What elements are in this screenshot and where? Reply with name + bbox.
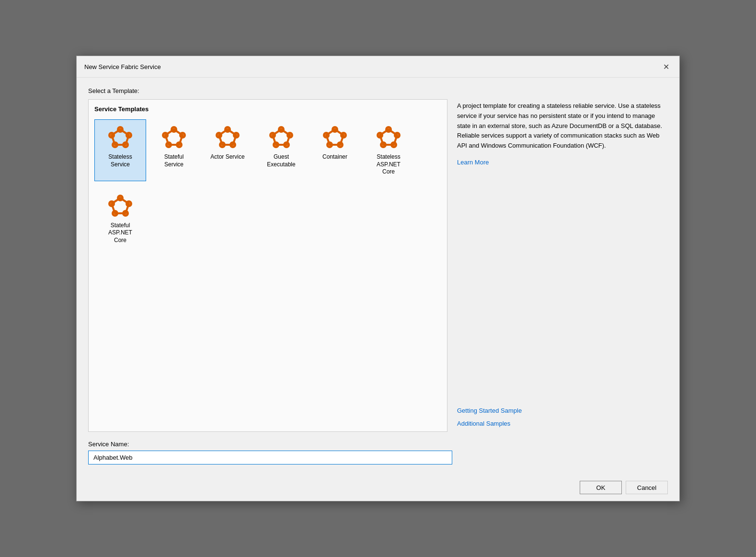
template-actor-service[interactable]: Actor Service [202,119,253,181]
ok-button[interactable]: OK [580,481,622,494]
service-name-label: Service Name: [88,441,668,448]
info-panel: A project template for creating a statel… [457,99,668,432]
template-stateless-service[interactable]: StatelessService [94,119,146,181]
stateless-service-icon [108,125,133,150]
dialog-footer: OK Cancel [77,474,679,501]
actor-service-label: Actor Service [210,153,244,161]
info-links-bottom: Getting Started Sample Additional Sample… [457,407,668,430]
templates-grid: StatelessService [94,119,441,250]
close-button[interactable]: ✕ [660,61,672,72]
cancel-button[interactable]: Cancel [626,481,668,494]
stateless-aspnet-core-label: StatelessASP.NETCore [377,153,401,176]
learn-more-link[interactable]: Learn More [457,159,668,166]
main-area: Service Templates [88,99,668,432]
container-label: Container [322,153,347,161]
service-name-row: Service Name: [88,441,668,464]
title-bar: New Service Fabric Service ✕ [77,56,679,78]
new-service-fabric-dialog: New Service Fabric Service ✕ Select a Te… [76,56,680,501]
template-stateless-aspnet-core[interactable]: StatelessASP.NETCore [363,119,414,181]
stateful-aspnet-core-label: StatefulASP.NETCore [108,222,132,244]
dialog-content: Select a Template: Service Templates [77,78,679,474]
dialog-title: New Service Fabric Service [84,63,161,70]
stateful-aspnet-core-icon [108,193,133,218]
stateful-service-label: StatefulService [164,153,184,168]
stateful-service-icon [161,125,186,150]
stateless-aspnet-core-icon [376,125,401,150]
templates-panel: Service Templates [88,99,447,432]
template-guest-executable[interactable]: GuestExecutable [255,119,307,181]
template-container[interactable]: Container [309,119,361,181]
select-template-label: Select a Template: [88,87,668,94]
getting-started-link[interactable]: Getting Started Sample [457,407,668,414]
templates-heading: Service Templates [94,105,441,113]
template-stateful-service[interactable]: StatefulService [148,119,200,181]
additional-samples-link[interactable]: Additional Samples [457,420,668,427]
guest-executable-label: GuestExecutable [267,153,295,168]
template-stateful-aspnet-core[interactable]: StatefulASP.NETCore [94,188,146,250]
service-name-input[interactable] [88,451,452,464]
info-description: A project template for creating a statel… [457,101,668,151]
container-icon [322,125,347,150]
guest-executable-icon [269,125,294,150]
stateless-service-label: StatelessService [108,153,132,168]
actor-service-icon [215,125,240,150]
